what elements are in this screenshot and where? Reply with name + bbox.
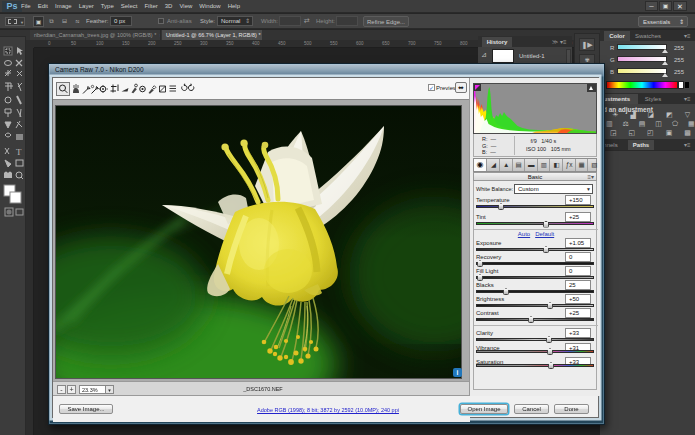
svg-text:T: T bbox=[16, 147, 22, 157]
